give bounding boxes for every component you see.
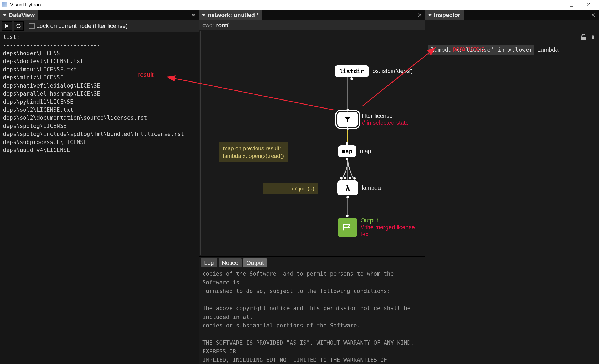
- node-filter[interactable]: filter license // in selected state: [337, 112, 409, 127]
- cwd-value: root/: [216, 22, 229, 28]
- network-close-icon[interactable]: ×: [414, 10, 425, 20]
- inspector-close-icon[interactable]: ×: [588, 10, 599, 20]
- node-filter-side: filter license: [362, 112, 409, 119]
- network-tab[interactable]: network: untitled *: [199, 10, 262, 20]
- tab-notice[interactable]: Notice: [219, 258, 242, 267]
- collapse-icon: [3, 14, 7, 16]
- svg-rect-1: [570, 3, 573, 6]
- inspector-tab[interactable]: Inspector: [425, 10, 464, 20]
- hint-map: map on previous result: lambda x: open(x…: [219, 142, 288, 162]
- list-item: deps\subprocess.h\LICENSE: [3, 139, 87, 145]
- tab-output[interactable]: Output: [243, 258, 267, 267]
- param-label: Lambda: [537, 46, 559, 53]
- dataview-tab[interactable]: DataView: [0, 10, 38, 20]
- network-title: network: untitled *: [208, 12, 259, 19]
- flag-icon: [343, 223, 352, 231]
- collapse-icon: [428, 14, 432, 16]
- dataview-toolbar: Lock on current node (filter license): [0, 20, 199, 32]
- node-output[interactable]: Output // the merged license text: [338, 217, 424, 238]
- lock-checkbox[interactable]: [29, 23, 35, 29]
- node-listdir[interactable]: listdir os.listdir('deps'): [335, 65, 413, 77]
- node-lambda[interactable]: λ lambda: [337, 180, 381, 195]
- list-item: deps\imgui\LICENSE.txt: [3, 66, 77, 73]
- list-item: deps\boxer\LICENSE: [3, 50, 63, 57]
- list-header: list:: [3, 34, 20, 40]
- list-item: deps\parallel_hashmap\LICENSE: [3, 90, 100, 97]
- dataview-content: list: ----------------------------- deps…: [0, 32, 199, 364]
- unlock-icon[interactable]: [580, 34, 587, 41]
- titlebar: Visual Python: [0, 0, 599, 10]
- node-filter-note: // in selected state: [362, 119, 409, 126]
- play-button[interactable]: [2, 21, 12, 31]
- hint-join: '-------------\n'.join(a): [263, 183, 318, 194]
- app-icon: [2, 2, 7, 7]
- funnel-icon: [344, 116, 352, 123]
- node-map[interactable]: map map: [338, 145, 371, 157]
- output-panel: Log Notice Output copies of the Software…: [199, 257, 425, 364]
- output-text: copies of the Software, and to permit pe…: [199, 267, 425, 364]
- list-item: deps\spdlog\include\spdlog\fmt\bundled\f…: [3, 131, 184, 137]
- node-map-side: map: [360, 148, 371, 155]
- list-item: deps\sol2\documentation\source\licenses.…: [3, 115, 147, 121]
- network-tabrow: network: untitled * ×: [199, 10, 425, 20]
- dataview-tabrow: DataView ×: [0, 10, 199, 20]
- dataview-title: DataView: [9, 12, 35, 19]
- list-item: deps\sol2\LICENSE.txt: [3, 107, 74, 113]
- maximize-button[interactable]: [563, 0, 580, 10]
- svg-marker-4: [5, 24, 9, 28]
- node-lambda-side: lambda: [362, 184, 381, 191]
- node-listdir-side: os.listdir('deps'): [373, 68, 413, 75]
- app-title: Visual Python: [10, 2, 41, 8]
- list-item: deps\uuid_v4\LICENSE: [3, 147, 70, 153]
- list-item: deps\miniz\LICENSE: [3, 74, 63, 81]
- node-output-side: Output: [361, 217, 424, 224]
- inspector-tabrow: Inspector ×: [425, 10, 599, 20]
- list-item: deps\spdlog\LICENSE: [3, 123, 67, 129]
- refresh-button[interactable]: [14, 21, 24, 31]
- link-icon[interactable]: [590, 34, 597, 41]
- cwd-bar: cwd: root/: [199, 20, 425, 30]
- close-button[interactable]: [580, 0, 597, 10]
- node-output-note: // the merged license text: [361, 224, 424, 238]
- dataview-close-icon[interactable]: ×: [188, 10, 199, 20]
- list-item: deps\doctest\LICENSE.txt: [3, 58, 83, 64]
- lock-label: Lock on current node (filter license): [36, 23, 128, 29]
- minimize-button[interactable]: [546, 0, 563, 10]
- tab-log[interactable]: Log: [201, 258, 217, 267]
- list-item: deps\nativefiledialog\LICENSE: [3, 83, 100, 89]
- svg-rect-12: [581, 37, 586, 40]
- inspector-title: Inspector: [434, 12, 460, 19]
- node-canvas[interactable]: listdir os.listdir('deps') filter licens…: [200, 31, 424, 255]
- collapse-icon: [202, 14, 206, 16]
- param-input[interactable]: [428, 45, 534, 55]
- cwd-label: cwd:: [202, 22, 214, 28]
- list-item: deps\pybind11\LICENSE: [3, 99, 74, 105]
